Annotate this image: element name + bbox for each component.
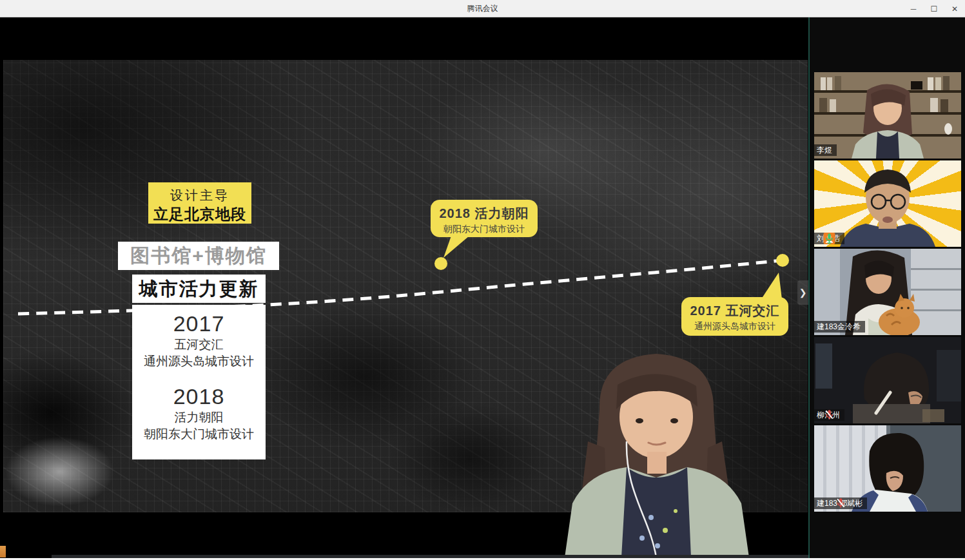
timeline-year-2018: 2018 bbox=[132, 384, 266, 409]
collapse-panel-chevron[interactable]: ❯ bbox=[797, 280, 808, 305]
callout-2018-tail bbox=[444, 236, 469, 258]
timeline-2017-line2: 通州源头岛城市设计 bbox=[132, 353, 266, 370]
participant-tile-liupinghao[interactable]: 刘平浩 bbox=[814, 160, 961, 247]
corner-accent bbox=[0, 546, 6, 557]
callout-2018-subtitle: 朝阳东大门城市设计 bbox=[431, 224, 538, 235]
mic-muted-icon bbox=[814, 497, 867, 509]
callout-2017-title: 2017 五河交汇 bbox=[681, 302, 788, 320]
participant-name: 李煜 bbox=[817, 146, 832, 155]
timeline-2018-line2: 朝阳东大门城市设计 bbox=[132, 426, 266, 443]
window-controls: ─ ☐ ✕ bbox=[903, 0, 965, 17]
close-button[interactable]: ✕ bbox=[944, 0, 965, 17]
callout-2017-subtitle: 通州源头岛城市设计 bbox=[681, 321, 788, 333]
shared-screen-area: 设计主导 立足北京地段 图书馆+博物馆 城市活力更新 2017 五河交汇 通州源… bbox=[0, 17, 810, 560]
participant-name-label: 柳汀州 bbox=[814, 409, 844, 421]
mic-on-icon bbox=[814, 233, 844, 244]
map-dot-2017 bbox=[776, 254, 789, 267]
callout-2018-title: 2018 活力朝阳 bbox=[431, 205, 538, 222]
callout-2017-tail bbox=[761, 273, 782, 299]
participant-name-label: 建183 邓斌彬 bbox=[814, 497, 867, 509]
project-timeline-box: 2017 五河交汇 通州源头岛城市设计 2018 活力朝阳 朝阳东大门城市设计 bbox=[132, 305, 266, 459]
timeline-2018-line1: 活力朝阳 bbox=[132, 409, 266, 426]
callout-2018-bubble: 2018 活力朝阳 朝阳东大门城市设计 bbox=[431, 200, 538, 237]
minimize-button[interactable]: ─ bbox=[903, 0, 924, 17]
window-titlebar[interactable]: 腾讯会议 ─ ☐ ✕ bbox=[0, 0, 965, 17]
mic-muted-icon bbox=[814, 409, 844, 421]
timeline-year-2017: 2017 bbox=[132, 311, 266, 336]
window-title: 腾讯会议 bbox=[467, 3, 498, 14]
maximize-button[interactable]: ☐ bbox=[924, 0, 944, 17]
participant-name-label: 建183金泠希 bbox=[814, 321, 865, 333]
map-dot-2018 bbox=[434, 257, 447, 270]
participant-name-label: 刘平浩 bbox=[814, 233, 844, 244]
library-museum-box: 图书馆+博物馆 bbox=[118, 242, 279, 270]
participant-tile-liyu[interactable]: 李煜 bbox=[814, 72, 961, 159]
participant-tile-liutingzhou[interactable]: 柳汀州 bbox=[814, 337, 961, 423]
timeline-2017-line1: 五河交汇 bbox=[132, 336, 266, 353]
presenter-video-overlay bbox=[529, 345, 784, 557]
participant-tile-jinlingxi[interactable]: 建183金泠希 bbox=[814, 249, 961, 335]
participant-tile-dengbinbin[interactable]: 建183 邓斌彬 bbox=[814, 425, 961, 512]
participant-video-panel: 李煜 bbox=[810, 17, 965, 560]
tencent-meeting-window: 腾讯会议 ─ ☐ ✕ 设计主导 立足北京地段 图书馆+博物馆 城市活力更新 20… bbox=[0, 0, 965, 560]
design-lead-box: 设计主导 立足北京地段 bbox=[148, 182, 251, 224]
design-lead-line1: 设计主导 bbox=[148, 187, 251, 204]
callout-2017-bubble: 2017 五河交汇 通州源头岛城市设计 bbox=[681, 297, 788, 336]
urban-vitality-title-box: 城市活力更新 bbox=[132, 275, 266, 303]
participant-name: 建183金泠希 bbox=[817, 322, 861, 331]
participant-name-label: 李煜 bbox=[814, 144, 837, 156]
design-lead-line2: 立足北京地段 bbox=[148, 204, 251, 224]
